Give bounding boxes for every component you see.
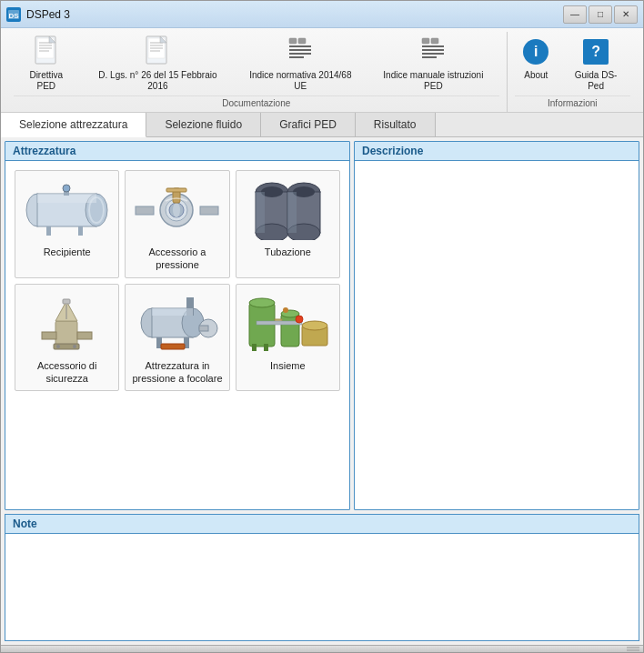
svg-rect-42 bbox=[200, 206, 218, 215]
tab-selezione-attrezzatura[interactable]: Selezione attrezzatura bbox=[1, 113, 146, 137]
ribbon-item-dlgs[interactable]: D. Lgs. n° 26 del 15 Febbraio 2016 bbox=[83, 34, 234, 94]
indice-manuale-label: Indice manuale istruzioni PED bbox=[373, 70, 493, 92]
close-button[interactable]: ✕ bbox=[614, 5, 638, 24]
svg-point-36 bbox=[63, 185, 70, 192]
svg-rect-83 bbox=[264, 344, 268, 351]
ribbon-group-informazioni: i About ? Guida DS-Ped Informazioni bbox=[508, 32, 639, 112]
svg-rect-37 bbox=[136, 206, 154, 215]
guida-label: Guida DS-Ped bbox=[567, 70, 625, 92]
main-content: Attrezzatura bbox=[1, 137, 643, 514]
ribbon-item-indice-manuale[interactable]: Indice manuale istruzioni PED bbox=[367, 34, 498, 94]
ribbon-item-guida[interactable]: ? Guida DS-Ped bbox=[561, 34, 630, 94]
accessorio-pressione-label: Accessorio a pressione bbox=[129, 246, 225, 272]
svg-rect-24 bbox=[422, 45, 444, 47]
attrezzatura-focolare-label: Attrezzatura in pressione a focolare bbox=[129, 359, 225, 386]
guida-icon: ? bbox=[579, 35, 612, 68]
window-title: DSPed 3 bbox=[26, 8, 70, 21]
svg-point-80 bbox=[302, 321, 327, 330]
svg-rect-22 bbox=[422, 38, 429, 44]
title-bar-left: DS DSPed 3 bbox=[6, 7, 70, 22]
ribbon-items-documentazione: Direttiva PED bbox=[14, 34, 499, 94]
svg-rect-58 bbox=[42, 332, 56, 339]
svg-point-75 bbox=[249, 298, 275, 307]
direttiva-ped-label: Direttiva PED bbox=[19, 70, 74, 92]
equip-img-recipiente bbox=[22, 178, 113, 242]
svg-point-85 bbox=[283, 307, 288, 313]
svg-point-84 bbox=[296, 316, 303, 323]
indice-normativa-label: Indice normativa 2014/68 UE bbox=[242, 70, 358, 92]
svg-rect-49 bbox=[256, 192, 265, 233]
equip-img-attrezzatura-focolare bbox=[132, 292, 223, 356]
insieme-label: Insieme bbox=[270, 359, 306, 372]
attrezzatura-grid: Recipiente bbox=[5, 161, 349, 400]
equip-img-accessorio-pressione bbox=[132, 178, 223, 242]
svg-rect-44 bbox=[166, 188, 186, 192]
svg-text:DS: DS bbox=[8, 12, 19, 20]
svg-rect-55 bbox=[55, 321, 77, 347]
equip-img-accessorio-sicurezza bbox=[22, 292, 113, 356]
tab-selezione-fluido[interactable]: Selezione fluido bbox=[146, 113, 261, 136]
equip-item-insieme[interactable]: Insieme bbox=[236, 284, 340, 392]
svg-rect-16 bbox=[289, 38, 297, 44]
attrezzatura-panel-header: Attrezzatura bbox=[5, 142, 349, 161]
about-icon: i bbox=[519, 35, 552, 68]
minimize-button[interactable]: — bbox=[563, 5, 587, 24]
svg-rect-73 bbox=[199, 326, 208, 331]
svg-rect-26 bbox=[422, 53, 444, 55]
note-panel: Note bbox=[5, 514, 639, 641]
svg-rect-18 bbox=[289, 45, 311, 47]
svg-rect-19 bbox=[289, 49, 311, 51]
svg-rect-81 bbox=[257, 321, 302, 325]
svg-rect-71 bbox=[152, 308, 193, 316]
svg-rect-33 bbox=[46, 226, 51, 236]
ribbon-items-informazioni: i About ? Guida DS-Ped bbox=[515, 34, 631, 94]
svg-point-41 bbox=[173, 203, 180, 217]
svg-rect-27 bbox=[422, 56, 437, 58]
descrizione-panel: Descrizione bbox=[354, 141, 639, 510]
ribbon-group-label-informazioni: Informazioni bbox=[515, 95, 631, 110]
left-panel: Attrezzatura bbox=[5, 141, 350, 510]
equip-item-attrezzatura-focolare[interactable]: Attrezzatura in pressione a focolare bbox=[125, 284, 229, 392]
equip-item-accessorio-sicurezza[interactable]: Accessorio di sicurezza bbox=[15, 284, 119, 392]
about-label: About bbox=[524, 70, 548, 81]
svg-rect-69 bbox=[161, 344, 185, 349]
svg-rect-21 bbox=[289, 56, 304, 58]
equip-item-tubazione[interactable]: Tubazione bbox=[236, 170, 340, 278]
ribbon-item-direttiva-ped[interactable]: Direttiva PED bbox=[14, 34, 79, 94]
help-square-icon: ? bbox=[583, 39, 609, 65]
right-panel: Descrizione bbox=[354, 141, 639, 510]
resize-handle[interactable] bbox=[1, 645, 643, 652]
ribbon-group-documentazione: Direttiva PED bbox=[6, 32, 508, 112]
ribbon: Direttiva PED bbox=[1, 28, 643, 113]
recipiente-label: Recipiente bbox=[44, 246, 91, 258]
svg-rect-82 bbox=[252, 344, 257, 351]
maximize-button[interactable]: □ bbox=[589, 5, 612, 24]
indice-manuale-icon bbox=[417, 35, 449, 68]
ribbon-item-indice-normativa[interactable]: Indice normativa 2014/68 UE bbox=[236, 34, 364, 94]
equip-item-recipiente[interactable]: Recipiente bbox=[15, 170, 119, 278]
svg-rect-25 bbox=[422, 49, 444, 51]
direttiva-ped-icon bbox=[30, 35, 63, 68]
svg-point-62 bbox=[73, 345, 76, 348]
descrizione-panel-header: Descrizione bbox=[355, 142, 639, 161]
dlgs-icon bbox=[141, 35, 174, 68]
svg-rect-54 bbox=[287, 192, 297, 233]
note-panel-header: Note bbox=[5, 515, 639, 534]
ribbon-item-about[interactable]: i About bbox=[515, 34, 558, 94]
equip-img-tubazione bbox=[242, 178, 333, 242]
window-controls: — □ ✕ bbox=[563, 5, 638, 24]
svg-rect-20 bbox=[289, 53, 311, 55]
dlgs-label: D. Lgs. n° 26 del 15 Febbraio 2016 bbox=[88, 70, 228, 92]
tubazione-label: Tubazione bbox=[265, 246, 311, 258]
accessorio-sicurezza-label: Accessorio di sicurezza bbox=[19, 359, 115, 386]
indice-normativa-icon bbox=[284, 35, 317, 68]
main-window: DS DSPed 3 — □ ✕ bbox=[0, 0, 644, 653]
svg-rect-63 bbox=[63, 299, 70, 304]
info-circle-icon: i bbox=[523, 39, 548, 65]
tab-grafici-ped[interactable]: Grafici PED bbox=[261, 113, 356, 136]
equip-item-accessorio-pressione[interactable]: Accessorio a pressione bbox=[125, 170, 229, 278]
tab-risultato[interactable]: Risultato bbox=[356, 113, 436, 136]
svg-rect-59 bbox=[77, 332, 92, 339]
tabs-bar: Selezione attrezzatura Selezione fluido … bbox=[1, 113, 643, 137]
svg-point-61 bbox=[56, 345, 60, 348]
